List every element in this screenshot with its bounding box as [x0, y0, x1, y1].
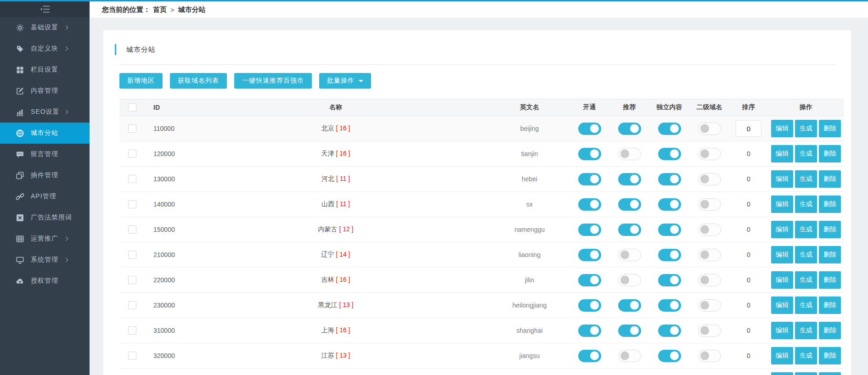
edit-button[interactable]: 编辑 — [771, 271, 793, 289]
breadcrumb-home-link[interactable]: 首页 — [153, 6, 167, 14]
toggle-ind[interactable] — [658, 350, 681, 362]
edit-button[interactable]: 编辑 — [771, 372, 793, 375]
sidebar-item-auth-mgmt[interactable]: 授权管理 — [0, 270, 90, 291]
edit-button[interactable]: 编辑 — [771, 120, 793, 137]
toggle-open[interactable] — [578, 123, 601, 135]
toggle-rec[interactable] — [618, 173, 641, 185]
generate-button[interactable]: 生成 — [795, 145, 817, 162]
add-region-button[interactable]: 新增地区 — [119, 73, 163, 89]
delete-button[interactable]: 删除 — [819, 297, 841, 314]
quick-recommend-button[interactable]: 一键快速推荐百强市 — [234, 73, 312, 89]
sidebar-item-banned-words[interactable]: 广告法禁用词 — [0, 207, 90, 228]
generate-button[interactable]: 生成 — [795, 372, 817, 375]
generate-button[interactable]: 生成 — [795, 120, 817, 137]
toggle-ind[interactable] — [658, 224, 681, 236]
delete-button[interactable]: 删除 — [819, 372, 841, 375]
toggle-rec[interactable] — [618, 123, 641, 135]
menu-toggle-icon[interactable] — [40, 5, 50, 13]
toggle-ind[interactable] — [658, 173, 681, 185]
sidebar-item-custom-blocks[interactable]: 自定义块 — [0, 38, 90, 59]
row-checkbox[interactable] — [128, 150, 136, 158]
edit-button[interactable]: 编辑 — [771, 322, 793, 339]
get-domain-list-button[interactable]: 获取域名列表 — [170, 73, 227, 89]
generate-button[interactable]: 生成 — [795, 246, 817, 263]
generate-button[interactable]: 生成 — [795, 196, 817, 213]
delete-button[interactable]: 删除 — [819, 347, 841, 364]
toggle-open[interactable] — [578, 173, 601, 185]
sidebar-item-api-mgmt[interactable]: API管理 — [0, 186, 90, 207]
toggle-open[interactable] — [578, 249, 601, 261]
toggle-open[interactable] — [578, 299, 601, 312]
toggle-sub[interactable] — [698, 198, 721, 211]
sidebar-item-seo-settings[interactable]: SEO设置 — [0, 101, 90, 123]
edit-button[interactable]: 编辑 — [771, 170, 793, 188]
row-checkbox[interactable] — [128, 124, 136, 133]
edit-button[interactable]: 编辑 — [771, 221, 793, 238]
sidebar-item-content-mgmt[interactable]: 内容管理 — [0, 80, 90, 101]
generate-button[interactable]: 生成 — [795, 347, 817, 364]
delete-button[interactable]: 删除 — [819, 271, 841, 289]
row-checkbox[interactable] — [128, 352, 136, 360]
sidebar-item-plugin-mgmt[interactable]: 插件管理 — [0, 165, 90, 186]
toggle-sub[interactable] — [698, 325, 721, 337]
toggle-sub[interactable] — [698, 299, 721, 312]
toggle-open[interactable] — [578, 325, 601, 337]
toggle-sub[interactable] — [698, 249, 721, 261]
row-checkbox[interactable] — [128, 225, 136, 234]
delete-button[interactable]: 删除 — [819, 170, 841, 188]
sidebar-item-basic-settings[interactable]: 基础设置 — [0, 17, 90, 38]
row-checkbox[interactable] — [128, 326, 136, 335]
toggle-sub[interactable] — [698, 224, 721, 236]
delete-button[interactable]: 删除 — [819, 246, 841, 263]
generate-button[interactable]: 生成 — [795, 221, 817, 238]
batch-actions-dropdown[interactable]: 批量操作 — [319, 73, 371, 89]
sort-input[interactable] — [736, 120, 761, 137]
delete-button[interactable]: 删除 — [819, 322, 841, 339]
toggle-open[interactable] — [578, 198, 601, 211]
edit-button[interactable]: 编辑 — [771, 196, 793, 213]
toggle-rec[interactable] — [618, 350, 641, 362]
sidebar-item-city-sites[interactable]: 城市分站 — [0, 123, 90, 144]
delete-button[interactable]: 删除 — [819, 221, 841, 238]
edit-button[interactable]: 编辑 — [771, 145, 793, 162]
toggle-open[interactable] — [578, 350, 601, 362]
toggle-sub[interactable] — [698, 350, 721, 362]
sidebar-item-message-mgmt[interactable]: 留言管理 — [0, 144, 90, 165]
toggle-rec[interactable] — [618, 325, 641, 337]
row-checkbox[interactable] — [128, 276, 136, 284]
toggle-ind[interactable] — [658, 148, 681, 160]
select-all-checkbox[interactable] — [128, 103, 136, 112]
edit-button[interactable]: 编辑 — [771, 347, 793, 364]
generate-button[interactable]: 生成 — [795, 271, 817, 289]
sidebar-item-column-settings[interactable]: 栏目设置 — [0, 59, 90, 80]
toggle-rec[interactable] — [618, 224, 641, 236]
toggle-ind[interactable] — [658, 123, 681, 135]
toggle-sub[interactable] — [698, 148, 721, 160]
toggle-sub[interactable] — [698, 173, 721, 185]
toggle-open[interactable] — [578, 148, 601, 160]
toggle-ind[interactable] — [658, 274, 681, 286]
toggle-rec[interactable] — [618, 274, 641, 286]
delete-button[interactable]: 删除 — [819, 120, 841, 137]
toggle-rec[interactable] — [618, 299, 641, 312]
toggle-ind[interactable] — [658, 249, 681, 261]
sidebar-item-operation-promo[interactable]: 运营推广 — [0, 228, 90, 249]
generate-button[interactable]: 生成 — [795, 297, 817, 314]
toggle-rec[interactable] — [618, 249, 641, 261]
toggle-open[interactable] — [578, 274, 601, 286]
toggle-sub[interactable] — [698, 123, 721, 135]
generate-button[interactable]: 生成 — [795, 322, 817, 339]
row-checkbox[interactable] — [128, 301, 136, 309]
sidebar-item-system-mgmt[interactable]: 系统管理 — [0, 249, 90, 270]
row-checkbox[interactable] — [128, 251, 136, 259]
edit-button[interactable]: 编辑 — [771, 246, 793, 263]
toggle-rec[interactable] — [618, 198, 641, 211]
row-checkbox[interactable] — [128, 200, 136, 208]
delete-button[interactable]: 删除 — [819, 145, 841, 162]
edit-button[interactable]: 编辑 — [771, 297, 793, 314]
generate-button[interactable]: 生成 — [795, 170, 817, 188]
toggle-ind[interactable] — [658, 299, 681, 312]
delete-button[interactable]: 删除 — [819, 196, 841, 213]
toggle-rec[interactable] — [618, 148, 641, 160]
toggle-open[interactable] — [578, 224, 601, 236]
